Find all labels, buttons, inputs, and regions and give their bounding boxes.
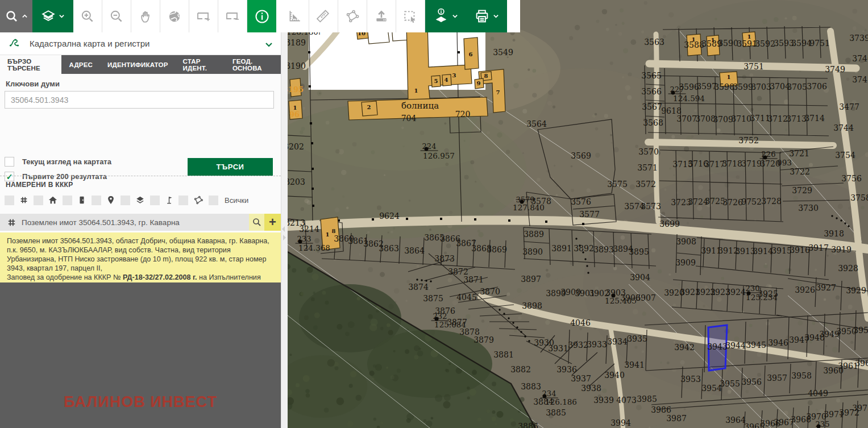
identify-button[interactable] bbox=[247, 0, 276, 32]
map-label: 3718 bbox=[722, 160, 742, 168]
map-label: 3189 bbox=[288, 39, 306, 47]
print-button[interactable] bbox=[466, 0, 507, 32]
geodetic-point-marker bbox=[435, 317, 439, 321]
pan-button[interactable] bbox=[131, 0, 160, 32]
geodetic-point-marker bbox=[763, 156, 767, 160]
map-label: 3873 bbox=[434, 255, 455, 263]
filter-toggle[interactable] bbox=[121, 196, 130, 205]
map-label: 3752 bbox=[738, 136, 759, 144]
area-measure-button[interactable] bbox=[338, 0, 367, 32]
search-toggle-button[interactable] bbox=[0, 0, 32, 32]
map-label: 3569 bbox=[571, 152, 591, 160]
map-label: 3916 bbox=[790, 246, 810, 254]
collapse-left-icon[interactable] bbox=[282, 226, 285, 232]
checkbox-unchecked[interactable] bbox=[5, 157, 14, 167]
scale-measure-button[interactable] bbox=[280, 0, 309, 32]
upload-button[interactable] bbox=[367, 0, 396, 32]
map-label: 3893 bbox=[593, 246, 614, 254]
map-label: 3592 bbox=[755, 40, 775, 48]
box-select-button[interactable] bbox=[396, 0, 425, 32]
geodetic-point-marker bbox=[298, 240, 302, 244]
map-label: 3576 bbox=[571, 198, 591, 206]
map-label: 3932 bbox=[568, 341, 588, 349]
select-icon bbox=[402, 9, 418, 24]
filter-all-label[interactable]: Всички bbox=[225, 196, 248, 205]
filter-toggle[interactable] bbox=[92, 196, 101, 205]
tab-identifier[interactable]: ИДЕНТИФИКАТОР bbox=[100, 55, 176, 74]
map-label: 3898 bbox=[522, 302, 542, 310]
layers-button[interactable] bbox=[32, 0, 73, 32]
map-label: 3908 bbox=[676, 238, 696, 246]
map-label: 9618 bbox=[661, 107, 682, 115]
first200-checkbox-row[interactable]: ✓ Първите 200 резултата bbox=[5, 172, 107, 181]
map-label: 3938 bbox=[581, 384, 601, 392]
legend-button[interactable] bbox=[425, 0, 466, 32]
map-label: 3872 bbox=[448, 268, 468, 276]
upload-icon bbox=[373, 9, 389, 24]
rect-minus-icon bbox=[225, 9, 240, 24]
zone-polygon-icon[interactable] bbox=[193, 196, 203, 205]
filter-toggle[interactable] bbox=[178, 196, 188, 205]
map-label: 3756 bbox=[841, 174, 862, 182]
search-button[interactable]: ТЪРСИ bbox=[188, 158, 273, 176]
tab-address[interactable]: АДРЕС bbox=[61, 55, 100, 74]
map-label: 9751 bbox=[809, 39, 830, 47]
map-viewport[interactable]: 128.180+318931903195961103549123456789бо… bbox=[288, 0, 868, 428]
tab-geodetic-base[interactable]: ГЕОД. ОСНОВА bbox=[225, 55, 281, 74]
tab-old-ident[interactable]: СТАР ИДЕНТ. bbox=[176, 55, 225, 74]
service-header[interactable]: Кадастрална карта и регистри bbox=[0, 32, 281, 55]
address-pin-icon[interactable] bbox=[106, 196, 115, 205]
map-label: 704 bbox=[401, 114, 417, 122]
tab-quick-search[interactable]: БЪРЗО ТЪРСЕНЕ bbox=[0, 55, 61, 74]
chevron-down-icon[interactable] bbox=[265, 40, 273, 50]
filter-toggle[interactable] bbox=[34, 196, 43, 205]
filter-toggle[interactable] bbox=[209, 196, 218, 205]
map-label: 3884 bbox=[533, 398, 554, 406]
map-label: 3891 bbox=[551, 244, 572, 252]
map-label: 3877 bbox=[447, 318, 467, 326]
filter-toggle[interactable] bbox=[150, 196, 160, 205]
map-label: 3931 bbox=[548, 344, 568, 352]
order-text-pre: Заповед за одобрение на КККР № bbox=[7, 273, 123, 281]
map-label: 3885 bbox=[546, 409, 566, 417]
result-item[interactable]: Поземлен имот 35064.501.3943, гр. Каварн… bbox=[0, 214, 281, 231]
zoom-out-button[interactable] bbox=[102, 0, 131, 32]
map-label: 3875 bbox=[423, 294, 443, 302]
filter-toggle[interactable] bbox=[63, 196, 72, 205]
map-labels: 128.180+318931903195961103549123456789бо… bbox=[288, 0, 868, 428]
current-view-checkbox-row[interactable]: Текущ изглед на картата bbox=[5, 157, 111, 167]
map-label: 3987 bbox=[666, 414, 687, 422]
map-label: 3751 bbox=[744, 63, 764, 70]
map-label: 7 bbox=[496, 90, 500, 95]
geodetic-flag-icon[interactable] bbox=[165, 196, 173, 205]
geodetic-point-marker bbox=[543, 394, 547, 398]
map-label: 3709 bbox=[713, 115, 733, 123]
map-label: 5 bbox=[434, 78, 438, 84]
map-label: 224 bbox=[421, 143, 438, 151]
keywords-input[interactable] bbox=[5, 91, 274, 109]
geodetic-point-marker bbox=[612, 294, 616, 298]
sidebar-collapse-strip[interactable] bbox=[281, 0, 288, 428]
filter-toggle[interactable] bbox=[5, 196, 14, 205]
parcel-grid-icon[interactable] bbox=[19, 196, 28, 205]
map-label: 3890 bbox=[522, 248, 543, 256]
toolbar bbox=[0, 0, 520, 32]
checkbox-checked[interactable]: ✓ bbox=[5, 172, 14, 181]
expand-right-icon[interactable] bbox=[283, 235, 286, 240]
world-button[interactable] bbox=[160, 0, 189, 32]
result-zoom-button[interactable] bbox=[249, 214, 264, 231]
map-label: 3915 bbox=[771, 247, 792, 255]
distance-measure-button[interactable] bbox=[309, 0, 338, 32]
result-add-button[interactable]: + bbox=[264, 214, 281, 231]
map-label: 3714 bbox=[804, 114, 825, 122]
map-label: 3577 bbox=[579, 210, 600, 218]
layers-filter-icon[interactable] bbox=[135, 196, 145, 205]
entrance-icon[interactable] bbox=[77, 196, 86, 205]
printer-icon bbox=[474, 9, 490, 24]
extent-enlarge-button[interactable] bbox=[189, 0, 218, 32]
zoom-in-button[interactable] bbox=[73, 0, 102, 32]
extent-shrink-button[interactable] bbox=[218, 0, 247, 32]
map-label: 3879 bbox=[474, 336, 494, 344]
building-house-icon[interactable] bbox=[48, 196, 57, 205]
result-item-text: Поземлен имот 35064.501.3943, гр. Каварн… bbox=[22, 218, 249, 227]
